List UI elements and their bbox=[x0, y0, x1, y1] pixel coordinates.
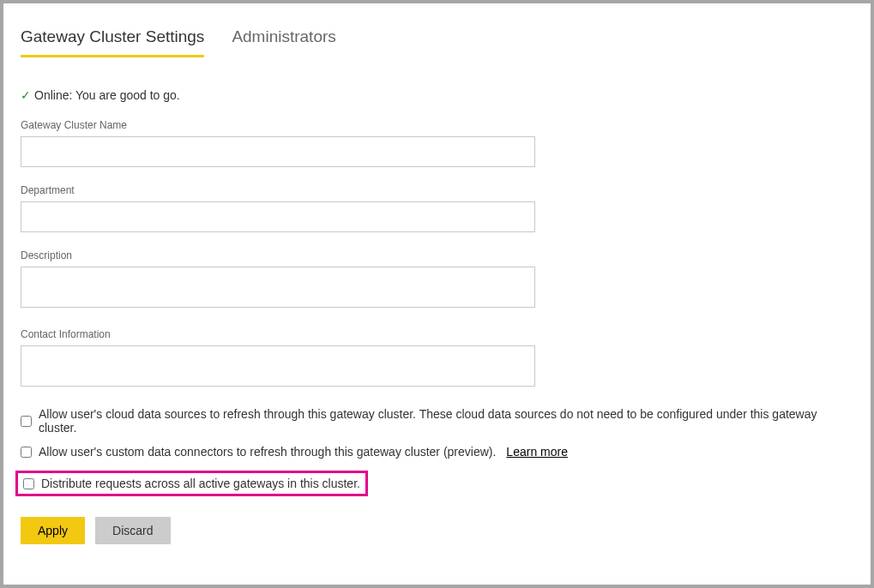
label-cluster-name: Gateway Cluster Name bbox=[21, 119, 853, 131]
checkbox-custom-connectors[interactable] bbox=[21, 447, 32, 458]
button-row: Apply Discard bbox=[21, 517, 853, 544]
checkbox-group-distribute: Distribute requests across all active ga… bbox=[21, 469, 853, 496]
apply-button[interactable]: Apply bbox=[21, 517, 85, 544]
label-department: Department bbox=[21, 184, 853, 196]
status-text: Online: You are good to go. bbox=[34, 88, 180, 102]
input-description[interactable] bbox=[21, 267, 535, 308]
discard-button[interactable]: Discard bbox=[95, 517, 170, 544]
form-group-contact: Contact Information bbox=[21, 328, 853, 390]
label-contact: Contact Information bbox=[21, 328, 853, 340]
tab-administrators[interactable]: Administrators bbox=[232, 27, 335, 57]
label-description: Description bbox=[21, 249, 853, 261]
form-group-cluster-name: Gateway Cluster Name bbox=[21, 119, 853, 167]
status-line: ✓ Online: You are good to go. bbox=[21, 88, 853, 102]
tab-gateway-cluster-settings[interactable]: Gateway Cluster Settings bbox=[21, 27, 204, 57]
form-group-description: Description bbox=[21, 249, 853, 311]
tab-bar: Gateway Cluster Settings Administrators bbox=[21, 27, 853, 57]
checkbox-label-distribute: Distribute requests across all active ga… bbox=[41, 477, 360, 490]
input-department[interactable] bbox=[21, 201, 535, 232]
checkbox-label-custom-connectors: Allow user's custom data connectors to r… bbox=[39, 445, 496, 459]
checkbox-group-cloud-sources: Allow user's cloud data sources to refre… bbox=[21, 407, 853, 435]
learn-more-link[interactable]: Learn more bbox=[506, 445, 568, 459]
input-cluster-name[interactable] bbox=[21, 136, 535, 167]
checkbox-cloud-sources[interactable] bbox=[21, 416, 32, 427]
settings-panel: Gateway Cluster Settings Administrators … bbox=[3, 3, 871, 585]
form-group-department: Department bbox=[21, 184, 853, 232]
highlight-box: Distribute requests across all active ga… bbox=[15, 471, 368, 496]
checkbox-group-custom-connectors: Allow user's custom data connectors to r… bbox=[21, 445, 853, 459]
checkbox-label-cloud-sources: Allow user's cloud data sources to refre… bbox=[39, 407, 853, 435]
input-contact[interactable] bbox=[21, 345, 535, 387]
check-icon: ✓ bbox=[21, 88, 31, 102]
checkbox-distribute[interactable] bbox=[23, 478, 34, 489]
